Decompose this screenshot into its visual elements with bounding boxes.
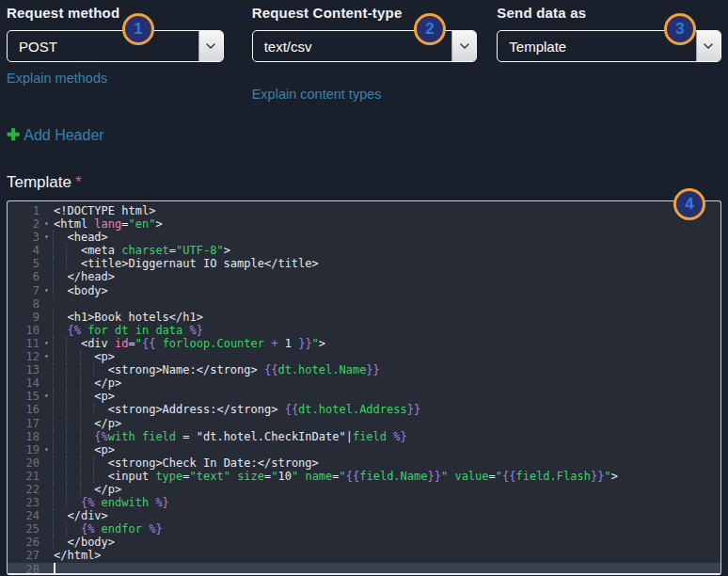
editor-line[interactable]: 26 </body> [8, 536, 720, 549]
editor-line[interactable]: 4 <meta charset="UTF-8"> [8, 244, 720, 257]
chevron-down-icon [198, 31, 223, 61]
code-text: {% endwith %} [54, 496, 720, 509]
indent-guide [66, 470, 80, 483]
step-badge-4: 4 [673, 188, 705, 220]
code-text: {% for dt in data %} [54, 324, 720, 337]
code-token: <div [81, 337, 115, 350]
code-token: " [496, 470, 502, 483]
indent-guide [80, 417, 94, 430]
code-token: field [353, 430, 393, 443]
code-text: <div id="{{ forloop.Counter + 1 }}"> [54, 337, 720, 350]
editor-line[interactable]: 2▾<html lang="en"> [8, 217, 720, 231]
editor-line[interactable]: 23 {% endwith %} [8, 496, 720, 509]
editor-line[interactable]: 16 <strong>Address:</strong> {{dt.hotel.… [8, 403, 720, 416]
request-method-select[interactable]: POST [7, 30, 224, 62]
editor-line[interactable]: 14 </p> [8, 376, 720, 390]
fold-arrow-icon[interactable]: ▾ [40, 390, 54, 403]
editor-line[interactable]: 19▾ <p> [8, 443, 720, 456]
editor-line[interactable]: 8 [8, 297, 720, 311]
line-number: 17 [8, 417, 40, 430]
code-token: dt.hotel.Address [298, 403, 407, 416]
add-header-button[interactable]: ✚ Add Header [7, 125, 104, 145]
editor-line[interactable]: 17 </p> [8, 417, 720, 430]
request-method-value: POST [19, 39, 57, 55]
indent-guide [53, 324, 67, 337]
code-token: <!DOCTYPE html> [54, 204, 155, 217]
editor-line[interactable]: 13 <strong>Name:</strong> {{dt.hotel.Nam… [8, 363, 720, 376]
code-token: <head> [67, 231, 107, 244]
chevron-down-icon [696, 31, 720, 61]
fold-arrow-icon[interactable]: ▾ [40, 443, 54, 456]
fold-gutter-spacer [40, 522, 54, 536]
fold-gutter-spacer [40, 549, 54, 562]
code-token: = [169, 244, 176, 257]
code-token: }} [428, 470, 441, 483]
line-number: 27 [8, 549, 40, 562]
code-text: </p> [54, 483, 720, 496]
editor-line[interactable]: 24 </div> [8, 509, 720, 522]
request-method-label: Request method [7, 5, 224, 21]
fold-arrow-icon[interactable]: ▾ [40, 284, 54, 297]
indent-guide [80, 483, 94, 496]
chevron-down-icon [451, 31, 476, 61]
line-number: 12 [8, 350, 40, 363]
explain-methods-link[interactable]: Explain methods [7, 71, 107, 86]
indent-guide [66, 483, 80, 496]
editor-line[interactable]: 10 {% for dt in data %} [8, 324, 720, 337]
indent-guide [93, 456, 107, 470]
fold-arrow-icon[interactable]: ▾ [40, 231, 54, 244]
editor-line[interactable]: 27</html> [8, 549, 720, 562]
code-token: <h1>Book hotels</h1> [67, 311, 203, 324]
editor-line[interactable]: 25 {% endfor %} [8, 522, 720, 536]
editor-line[interactable]: 9 <h1>Book hotels</h1> [8, 311, 720, 324]
fold-arrow-icon[interactable]: ▾ [40, 337, 54, 350]
code-token: "UTF-8" [176, 244, 224, 257]
code-token: {{ [346, 470, 359, 483]
line-number: 21 [8, 470, 40, 483]
code-text: <p> [54, 443, 720, 456]
code-token: charset [121, 244, 169, 257]
editor-line[interactable]: 18 {%with field = "dt.hotel.CheckInDate"… [8, 430, 720, 443]
editor-line[interactable]: 15▾ <p> [8, 390, 720, 403]
fold-gutter-spacer [40, 470, 54, 483]
code-token: </div> [67, 509, 107, 522]
code-token: {% [81, 496, 94, 509]
editor-line[interactable]: 1<!DOCTYPE html> [8, 204, 720, 217]
indent-guide [93, 470, 107, 483]
code-text: </p> [54, 376, 720, 390]
indent-guide [80, 390, 94, 403]
template-code-editor[interactable]: 1<!DOCTYPE html>2▾<html lang="en">3▾ <he… [7, 200, 721, 575]
code-text: <meta charset="UTF-8"> [54, 244, 720, 257]
indent-guide [66, 257, 80, 270]
code-text: </html> [54, 549, 720, 562]
editor-line[interactable]: 3▾ <head> [8, 231, 720, 244]
explain-content-types-link[interactable]: Explain content types [252, 87, 382, 102]
editor-line[interactable]: 20 <strong>Check In Date:</strong> [8, 456, 720, 470]
line-number: 16 [8, 403, 40, 416]
editor-line[interactable]: 12▾ <p> [8, 350, 720, 363]
indent-guide [53, 270, 67, 283]
code-token: </p> [94, 417, 121, 430]
plus-icon: ✚ [7, 125, 20, 145]
editor-line[interactable]: 7▾ <body> [8, 284, 720, 297]
indent-guide [80, 430, 94, 443]
code-token: field.Name [359, 470, 427, 483]
indent-guide [66, 417, 80, 430]
text-cursor [54, 563, 55, 574]
code-text: </div> [54, 509, 720, 522]
code-token: {{ [142, 337, 155, 350]
editor-line[interactable]: 21 <input type="text" size="10" name="{{… [8, 470, 720, 483]
editor-line[interactable]: 28 [8, 563, 720, 575]
editor-line[interactable]: 22 </p> [8, 483, 720, 496]
editor-line[interactable]: 11▾ <div id="{{ forloop.Counter + 1 }}"> [8, 337, 720, 350]
fold-arrow-icon[interactable]: ▾ [40, 350, 54, 363]
code-text: <body> [54, 284, 720, 297]
editor-line[interactable]: 5 <title>Diggernaut IO sample</title> [8, 257, 720, 270]
code-token: " [604, 470, 610, 483]
editor-line[interactable]: 6 </head> [8, 270, 720, 283]
code-token: 10 [278, 470, 292, 483]
code-token: <strong>Address:</strong> [108, 403, 285, 416]
code-token: 1 [277, 337, 298, 350]
fold-arrow-icon[interactable]: ▾ [40, 217, 54, 231]
code-token: %} [393, 430, 406, 443]
